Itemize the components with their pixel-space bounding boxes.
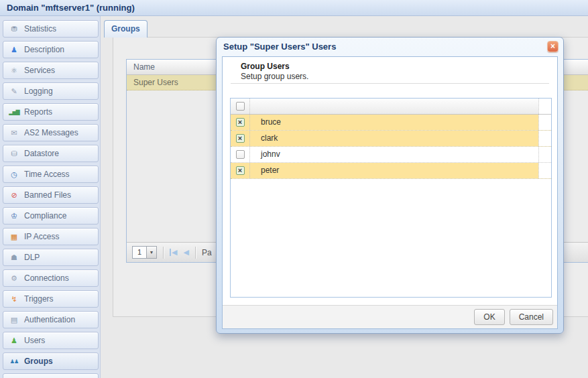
sidebar-item-label: Triggers (24, 294, 54, 304)
statistics-icon: ⛃ (9, 25, 19, 34)
domain-title: Domain "mftserver1" (running) (7, 3, 135, 13)
sidebar-item-label: Statistics (24, 24, 56, 34)
connections-icon: ⚙ (9, 274, 19, 283)
scrollbar-track (538, 147, 551, 162)
as2-messages-icon: ✉ (9, 129, 19, 137)
banned-files-icon: ⊘ (9, 191, 19, 200)
sidebar-item-label: Authentication (24, 315, 75, 324)
user-name: clark (250, 131, 538, 146)
sidebar-item-label: Datastore (24, 149, 59, 158)
sidebar-item-authentication[interactable]: ▤Authentication (3, 311, 99, 328)
pager-separator (195, 247, 196, 259)
dialog-title: Setup "Super Users" Users (223, 38, 336, 56)
setup-users-dialog: Setup "Super Users" Users × Group Users … (216, 37, 564, 334)
dialog-body: Group Users Setup group users. ×bruce×cl… (222, 56, 558, 329)
scrollbar-track (538, 131, 551, 146)
user-row[interactable]: ×clark (231, 131, 551, 147)
cancel-button[interactable]: Cancel (510, 309, 553, 325)
sidebar-item-logging[interactable]: ✎Logging (3, 82, 99, 100)
user-name: bruce (250, 115, 538, 130)
sidebar-item-compliance[interactable]: ♔Compliance (3, 207, 99, 225)
sidebar-item-services[interactable]: ⚛Services (3, 62, 99, 79)
pager-separator (163, 247, 164, 259)
dialog-section-title: Group Users (241, 62, 290, 71)
scrollbar-track[interactable] (538, 99, 551, 114)
scrollbar-track (538, 115, 551, 130)
sidebar-item-label: DLP (24, 253, 40, 262)
authentication-icon: ▤ (9, 316, 19, 324)
first-page-icon[interactable]: ◀ (170, 249, 177, 256)
user-name: johnv (250, 147, 538, 162)
section-divider (231, 83, 549, 84)
groups-icon: ♟♟ (9, 359, 19, 365)
sidebar-item-reports[interactable]: ▂▅▇Reports (3, 103, 99, 121)
sidebar-item-label: Reports (24, 107, 52, 117)
user-checkbox-cell: × (231, 163, 250, 178)
sidebar-item-label: Users (24, 336, 45, 345)
ok-button[interactable]: OK (474, 309, 504, 325)
sidebar-item-partial[interactable] (3, 373, 99, 378)
sidebar-item-banned-files[interactable]: ⊘Banned Files (3, 186, 99, 204)
group-users-table-header (231, 99, 551, 115)
scrollbar-track (538, 163, 551, 178)
sidebar-item-ip-access[interactable]: ▦IP Access (3, 228, 99, 245)
sidebar-item-description[interactable]: ♟Description (3, 41, 99, 58)
services-icon: ⚛ (9, 66, 19, 75)
sidebar-item-label: Compliance (24, 211, 66, 220)
user-row[interactable]: ×peter (231, 163, 551, 179)
pager-page-label: Pa (202, 248, 212, 257)
unchecked-checkbox[interactable] (236, 150, 245, 159)
sidebar-item-connections[interactable]: ⚙Connections (3, 269, 99, 287)
previous-page-icon[interactable]: ◀ (183, 248, 188, 257)
time-access-icon: ◷ (9, 170, 19, 179)
triggers-icon: ↯ (9, 295, 19, 304)
header-name-cell[interactable] (250, 99, 538, 114)
dialog-footer: OK Cancel (223, 305, 557, 328)
group-users-table: ×bruce×clarkjohnv×peter (230, 98, 552, 298)
tab-groups[interactable]: Groups (104, 20, 148, 38)
sidebar-item-statistics[interactable]: ⛃Statistics (3, 20, 99, 38)
sidebar: ⛃Statistics♟Description⚛Services✎Logging… (0, 16, 101, 378)
sidebar-item-as2-messages[interactable]: ✉AS2 Messages (3, 124, 99, 141)
checked-checkbox[interactable]: × (236, 166, 245, 175)
sidebar-item-triggers[interactable]: ↯Triggers (3, 290, 99, 308)
checked-checkbox[interactable]: × (236, 134, 245, 143)
sidebar-item-users[interactable]: ♟Users (3, 332, 99, 349)
header-checkbox-cell (231, 99, 250, 114)
close-icon[interactable]: × (547, 41, 558, 52)
page-number-combo[interactable]: 1 ▼ (132, 246, 157, 259)
sidebar-item-label: AS2 Messages (24, 128, 78, 137)
tab-groups-label: Groups (111, 24, 140, 34)
user-checkbox-cell: × (231, 131, 250, 146)
sidebar-item-label: Logging (24, 86, 53, 96)
sidebar-item-dlp[interactable]: ☗DLP (3, 249, 99, 266)
user-name: peter (250, 163, 538, 178)
select-all-checkbox[interactable] (236, 102, 245, 111)
logging-icon: ✎ (9, 87, 19, 96)
sidebar-item-label: Time Access (24, 170, 70, 179)
sidebar-item-label: IP Access (24, 232, 59, 241)
page-number-value[interactable]: 1 (132, 246, 146, 259)
sidebar-item-label: Connections (24, 273, 69, 283)
datastore-icon: ⛁ (9, 149, 19, 158)
sidebar-item-time-access[interactable]: ◷Time Access (3, 166, 99, 183)
user-row[interactable]: ×bruce (231, 115, 551, 131)
user-row[interactable]: johnv (231, 147, 551, 163)
sidebar-item-label: Groups (24, 357, 53, 366)
description-icon: ♟ (9, 46, 19, 54)
checked-checkbox[interactable]: × (236, 118, 245, 127)
sidebar-item-groups[interactable]: ♟♟Groups (3, 353, 99, 370)
domain-titlebar: Domain "mftserver1" (running) (0, 0, 588, 16)
reports-icon: ▂▅▇ (9, 109, 19, 115)
compliance-icon: ♔ (9, 212, 19, 220)
sidebar-item-label: Banned Files (24, 190, 71, 200)
sidebar-item-label: Services (24, 66, 55, 75)
users-icon: ♟ (9, 336, 19, 345)
user-checkbox-cell (231, 147, 250, 162)
ip-access-icon: ▦ (9, 233, 19, 241)
sidebar-item-datastore[interactable]: ⛁Datastore (3, 145, 99, 162)
user-checkbox-cell: × (231, 115, 250, 130)
sidebar-item-label: Description (24, 45, 64, 54)
dialog-section-subtitle: Setup group users. (241, 72, 308, 81)
page-number-dropdown-icon[interactable]: ▼ (146, 246, 157, 259)
